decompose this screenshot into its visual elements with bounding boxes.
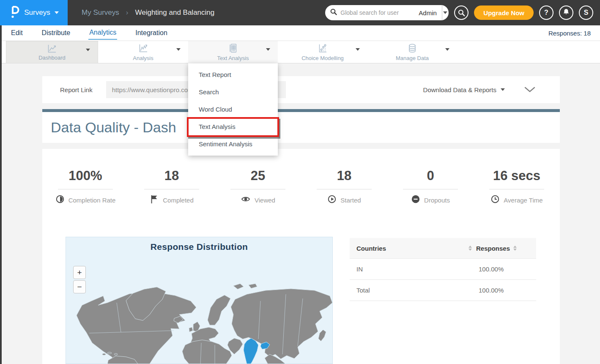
nav-tab-analytics[interactable]: Analytics [88,26,117,40]
menu-item-text-analysis[interactable]: Text Analysis [188,118,278,135]
stat-viewed: 25 Viewed [215,168,301,205]
responses-cell: 100.00% [468,287,531,294]
section-accent-bar [42,109,560,112]
trend-chart-icon [98,43,188,54]
window-edge [0,25,2,364]
toolbar-label: Choice Modelling [278,55,367,61]
stat-value: 18 [301,168,387,183]
play-circle-icon [327,194,337,205]
stat-value: 25 [215,168,301,183]
minus-circle-icon [411,194,420,205]
stat-label: Completion Rate [68,197,116,204]
menu-item-search[interactable]: Search [188,83,278,101]
map-landmass [77,284,332,364]
header-actions: Admin Upgrade Now ? S [325,5,600,20]
nav-tab-integration[interactable]: Integration [134,27,168,39]
page-title: Data Quality - Dash [51,119,176,136]
stat-label: Completed [163,197,194,204]
question-mark-icon: ? [544,9,548,16]
app-window: Surveys My Surveys › Weighting and Balan… [0,0,600,364]
table-row: IN 100.00% [350,259,536,280]
column-header-responses[interactable]: Responses [476,245,510,252]
toolbar-dashboard[interactable]: Dashboard [6,41,98,63]
global-search-bar: Admin [325,5,449,20]
dashboard-panel: 100% Completion Rate 18 Completed [42,149,560,364]
map-title: Response Distribution [66,242,332,252]
global-search-input[interactable] [340,9,417,16]
breadcrumb-current-survey: Weighting and Balancing [135,8,214,17]
notifications-button[interactable] [559,5,573,20]
stat-started: 18 Started [301,168,387,205]
avatar[interactable]: S [579,5,593,20]
top-header: Surveys My Surveys › Weighting and Balan… [0,0,600,25]
search-button[interactable] [454,5,468,20]
chevron-down-icon[interactable] [266,51,270,58]
download-data-reports-dropdown[interactable]: Download Data & Reports [423,86,505,93]
nav-tab-edit[interactable]: Edit [10,27,24,39]
clock-icon [490,194,500,205]
stat-average-time: 16 secs Average Time [474,168,560,205]
survey-nav: Edit Distribute Analytics Integration Re… [0,25,600,41]
database-icon [367,43,457,54]
analytics-toolbar: Dashboard Analysis Text Analysis Choice … [0,41,600,63]
sort-responses-icon[interactable] [513,246,517,251]
breadcrumb-my-surveys[interactable]: My Surveys [82,8,119,17]
menu-item-word-cloud[interactable]: Word Cloud [188,101,278,118]
help-button[interactable]: ? [539,5,553,20]
surveys-menu-button[interactable]: Surveys [0,0,68,25]
text-analysis-menu: Text Report Search Word Cloud Text Analy… [188,63,278,156]
search-scope-label[interactable]: Admin [417,9,442,16]
search-scope-dropdown[interactable] [442,5,449,20]
nav-tab-distribute[interactable]: Distribute [41,27,71,39]
eye-icon [241,194,251,205]
text-document-icon [188,43,278,54]
stat-dropouts: 0 Dropouts [387,168,474,205]
contrast-icon [55,194,65,205]
collapse-section-chevron[interactable] [524,87,535,93]
report-link-label: Report Link [60,86,93,93]
sort-countries-icon[interactable] [468,246,472,251]
toolbar-analysis[interactable]: Analysis [98,41,188,63]
stat-value: 16 secs [474,168,560,183]
bell-icon [562,8,570,17]
toolbar-choice-modelling[interactable]: Choice Modelling [278,41,367,63]
world-map[interactable] [66,260,333,364]
chevron-down-icon [501,88,505,91]
table-row: Total 100.00% [350,280,536,301]
toolbar-manage-data[interactable]: Manage Data [367,41,457,63]
chevron-down-icon [443,11,447,14]
avatar-letter: S [584,9,589,16]
product-label: Surveys [24,8,50,17]
country-cell: IN [356,265,468,273]
stat-value: 100% [42,168,129,183]
flag-icon [150,194,159,205]
stat-value: 18 [129,168,215,183]
toolbar-label: Analysis [98,55,188,61]
report-link-bar: Report Link Download Data & Reports [42,76,560,103]
line-chart-icon [6,43,98,54]
toolbar-text-analysis[interactable]: Text Analysis [188,41,278,63]
countries-table: Countries Responses IN 100.00% Total 100… [350,238,536,301]
toolbar-label: Text Analysis [188,55,278,61]
chevron-down-icon[interactable] [356,51,360,58]
responses-cell: 100.00% [468,265,531,273]
stat-completed: 18 Completed [129,168,215,205]
stat-label: Started [340,197,361,204]
chevron-down-icon[interactable] [176,51,181,58]
chevron-down-icon[interactable] [86,51,90,59]
upgrade-now-button[interactable]: Upgrade Now [474,5,534,20]
menu-item-text-report[interactable]: Text Report [188,66,278,83]
scatter-chart-icon [278,43,367,54]
chevron-down-icon [55,11,59,14]
survey-stats-row: 100% Completion Rate 18 Completed [42,168,560,205]
menu-item-sentiment-analysis[interactable]: Sentiment Analysis [188,135,278,153]
chevron-down-icon[interactable] [445,51,449,58]
stat-label: Dropouts [424,197,450,204]
search-icon [330,8,337,17]
stat-completion-rate: 100% Completion Rate [42,168,129,205]
country-cell: Total [356,287,468,294]
page-title-panel: Data Quality - Dash [42,112,560,143]
countries-table-header: Countries Responses [350,238,536,259]
column-header-countries[interactable]: Countries [356,245,468,252]
breadcrumb-separator-icon: › [126,8,129,17]
